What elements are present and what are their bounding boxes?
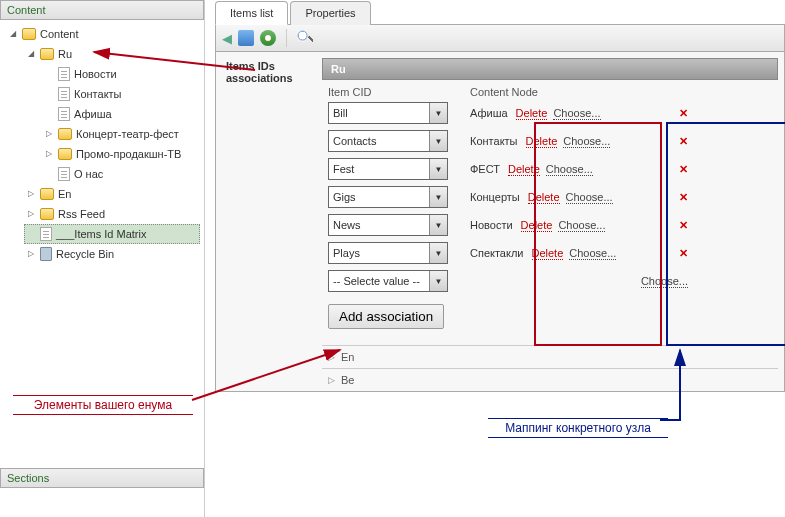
group-label: En [341,351,354,363]
folder-icon [58,128,72,140]
file-icon [58,107,70,121]
select-value: -- Selecte value -- [329,275,429,287]
delete-link[interactable]: Delete [508,163,540,176]
tree-label: ___Items Id Matrix [56,225,146,243]
chevron-down-icon[interactable]: ▼ [429,131,447,151]
content-node-name: ФЕСТ [468,163,502,175]
tab-properties[interactable]: Properties [290,1,370,25]
folder-icon [40,208,54,220]
tree-root[interactable]: ◢ Content [6,24,200,44]
tree-label: Новости [74,65,117,83]
expand-icon[interactable]: ▷ [328,375,335,385]
delete-link[interactable]: Delete [528,191,560,204]
association-row: Fest ▼ ФЕСТ Delete Choose... ✕ [328,158,772,180]
tab-bar: Items list Properties [215,0,785,25]
select-value: Fest [329,163,429,175]
refresh-icon[interactable] [260,30,276,46]
tree-ru[interactable]: ◢ Ru [24,44,200,64]
chevron-down-icon[interactable]: ▼ [429,215,447,235]
chevron-down-icon[interactable]: ▼ [429,103,447,123]
tab-items-list[interactable]: Items list [215,1,288,25]
content-node-name: Контакты [468,135,520,147]
select-value: Gigs [329,191,429,203]
item-cid-select[interactable]: Plays ▼ [328,242,448,264]
content-tree-panel: Content ◢ Content ◢ Ru [0,0,205,517]
chevron-down-icon[interactable]: ▼ [429,271,447,291]
association-row: Contacts ▼ Контакты Delete Choose... ✕ [328,130,772,152]
item-cid-select[interactable]: Bill ▼ [328,102,448,124]
choose-link[interactable]: Choose... [569,247,616,260]
toolbar-separator [286,29,287,47]
chevron-down-icon[interactable]: ▼ [429,159,447,179]
select-value: Plays [329,247,429,259]
tree-rss[interactable]: ▷ Rss Feed [24,204,200,224]
sections-panel-header[interactable]: Sections [0,468,204,488]
expand-icon[interactable]: ▷ [44,129,54,139]
tree-item[interactable]: ▷ Концерт-театр-фест [42,124,200,144]
spacer [44,169,54,179]
content-node-name: Концерты [468,191,522,203]
group-header-ru[interactable]: Ru [322,58,778,80]
item-cid-select[interactable]: Fest ▼ [328,158,448,180]
file-icon [58,87,70,101]
remove-row-icon[interactable]: ✕ [679,191,688,204]
item-cid-select[interactable]: Contacts ▼ [328,130,448,152]
remove-row-icon[interactable]: ✕ [679,163,688,176]
spacer [44,69,54,79]
tree-recycle-bin[interactable]: ▷ Recycle Bin [24,244,200,264]
expand-icon[interactable]: ▷ [44,149,54,159]
spacer [44,89,54,99]
choose-link[interactable]: Choose... [566,191,613,204]
select-value: Contacts [329,135,429,147]
tree-label: Концерт-театр-фест [76,125,179,143]
choose-link[interactable]: Choose... [553,107,600,120]
tree-item[interactable]: Контакты [42,84,200,104]
tree-label: Афиша [74,105,112,123]
expand-icon[interactable]: ▷ [26,249,36,259]
chevron-down-icon[interactable]: ▼ [429,187,447,207]
tree-item[interactable]: О нас [42,164,200,184]
delete-link[interactable]: Delete [532,247,564,260]
tree-item[interactable]: Новости [42,64,200,84]
folder-icon [58,148,72,160]
file-icon [58,67,70,81]
tree-label: О нас [74,165,103,183]
group-header-collapsed[interactable]: ▷Be [322,368,778,391]
expand-icon[interactable]: ▷ [328,352,335,362]
tree-item[interactable]: ▷ Промо-продакшн-ТВ [42,144,200,164]
group-label: Be [341,374,354,386]
back-icon[interactable]: ◀ [222,31,232,46]
choose-link[interactable]: Choose... [563,135,610,148]
tree-label: Ru [58,45,72,63]
save-icon[interactable] [238,30,254,46]
expand-icon[interactable]: ▷ [26,189,36,199]
choose-link[interactable]: Choose... [546,163,593,176]
chevron-down-icon[interactable]: ▼ [429,243,447,263]
remove-row-icon[interactable]: ✕ [679,219,688,232]
search-icon[interactable] [297,30,313,46]
delete-link[interactable]: Delete [521,219,553,232]
expand-icon[interactable]: ▷ [26,209,36,219]
folder-icon [40,188,54,200]
remove-row-icon[interactable]: ✕ [679,135,688,148]
tree-en[interactable]: ▷ En [24,184,200,204]
delete-link[interactable]: Delete [526,135,558,148]
folder-icon [40,48,54,60]
collapse-icon[interactable]: ◢ [26,49,36,59]
tree-items-id-matrix[interactable]: ___Items Id Matrix [24,224,200,244]
folder-icon [22,28,36,40]
add-association-button[interactable]: Add association [328,304,444,329]
collapse-icon[interactable]: ◢ [8,29,18,39]
tree-item[interactable]: Афиша [42,104,200,124]
tree-label: Промо-продакшн-ТВ [76,145,181,163]
content-panel-header[interactable]: Content [0,0,204,20]
remove-row-icon[interactable]: ✕ [679,107,688,120]
item-cid-select-empty[interactable]: -- Selecte value -- ▼ [328,270,448,292]
group-header-collapsed[interactable]: ▷En [322,345,778,368]
choose-link-empty[interactable]: Choose... [641,275,688,288]
choose-link[interactable]: Choose... [558,219,605,232]
item-cid-select[interactable]: News ▼ [328,214,448,236]
delete-link[interactable]: Delete [516,107,548,120]
remove-row-icon[interactable]: ✕ [679,247,688,260]
item-cid-select[interactable]: Gigs ▼ [328,186,448,208]
